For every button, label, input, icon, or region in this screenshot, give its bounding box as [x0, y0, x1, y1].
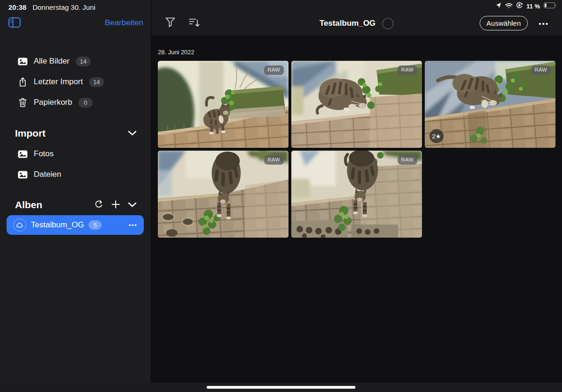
- album-count-badge: 5: [89, 220, 102, 230]
- sidebar-item-label: Dateien: [34, 170, 61, 179]
- filter-funnel-icon: [165, 17, 175, 29]
- chevron-down-icon: [128, 130, 137, 137]
- photo-thumbnail-4[interactable]: RAW: [158, 151, 288, 238]
- trash-icon: [17, 98, 28, 107]
- albums-section-header: Alben: [0, 198, 151, 212]
- date-header: 28. Juni 2022: [158, 49, 194, 56]
- battery-icon: [544, 2, 556, 10]
- photo-thumbnail-3[interactable]: RAW 2★: [425, 61, 555, 148]
- sidebar-item-alle-bilder[interactable]: Alle Bilder 14: [0, 51, 151, 72]
- sidebar-item-label: Fotos: [34, 149, 54, 159]
- sidebar-icon: [8, 22, 21, 29]
- sidebar-item-testalbum-og[interactable]: Testalbum_OG 5 •••: [7, 215, 144, 235]
- section-title: Import: [15, 128, 45, 139]
- albums-collapse-button[interactable]: [128, 202, 137, 209]
- status-bar-left: 20:38 Donnerstag 30. Juni: [8, 3, 96, 11]
- import-items: Fotos Dateien: [0, 144, 151, 185]
- import-section-header: Import: [0, 126, 151, 140]
- plus-icon: [111, 200, 120, 210]
- navigation-bar: 11 %: [151, 0, 562, 36]
- title-group: Testalbum_OG: [319, 11, 394, 36]
- location-arrow-icon: [495, 2, 502, 10]
- photo-grid: RAW: [158, 61, 555, 238]
- sync-progress-ring: [382, 18, 394, 29]
- status-time: 20:38: [8, 3, 26, 11]
- sidebar-item-letzter-import[interactable]: Letzter Import 14: [0, 72, 151, 92]
- main-area: 11 %: [151, 0, 562, 392]
- wifi-icon: [505, 2, 513, 10]
- app-window: 20:38 Donnerstag 30. Juni Bearbeiten All…: [0, 0, 562, 392]
- photo-thumbnail-2[interactable]: RAW: [291, 61, 422, 148]
- raw-badge: RAW: [398, 155, 417, 165]
- filter-button[interactable]: [165, 17, 175, 29]
- sidebar-item-dateien[interactable]: Dateien: [0, 164, 151, 185]
- sidebar-item-label: Letzter Import: [34, 77, 83, 87]
- sort-descending-icon: [189, 18, 200, 29]
- photo-thumbnail-1[interactable]: RAW: [158, 61, 288, 148]
- album-label: Testalbum_OG: [31, 220, 84, 230]
- count-badge: 0: [78, 98, 93, 108]
- photo-grid-area: 28. Juni 2022: [151, 36, 562, 383]
- album-more-button[interactable]: •••: [129, 222, 137, 229]
- status-date: Donnerstag 30. Juni: [32, 3, 95, 11]
- more-options-button[interactable]: •••: [539, 18, 549, 29]
- edit-button[interactable]: Bearbeiten: [105, 18, 143, 28]
- select-button[interactable]: Auswählen: [480, 16, 528, 30]
- rotation-lock-icon: [516, 2, 523, 10]
- home-indicator[interactable]: [207, 386, 355, 389]
- page-title: Testalbum_OG: [319, 19, 376, 28]
- sort-button[interactable]: [189, 18, 200, 29]
- sidebar-item-label: Papierkorb: [34, 98, 72, 107]
- photo-icon: [17, 171, 28, 179]
- raw-badge: RAW: [531, 65, 551, 75]
- sidebar-item-papierkorb[interactable]: Papierkorb 0: [0, 92, 151, 113]
- sidebar-item-label: Alle Bilder: [34, 57, 70, 66]
- photo-thumbnail-5[interactable]: RAW: [291, 151, 422, 238]
- refresh-albums-button[interactable]: [94, 200, 104, 211]
- count-badge: 14: [89, 77, 104, 87]
- sidebar-item-fotos[interactable]: Fotos: [0, 144, 151, 164]
- section-title: Alben: [15, 199, 42, 211]
- raw-badge: RAW: [398, 65, 417, 75]
- toolbar: Testalbum_OG Auswählen •••: [151, 11, 562, 36]
- rating-badge: 2★: [429, 129, 444, 143]
- photo-icon: [17, 58, 28, 65]
- raw-badge: RAW: [264, 155, 284, 165]
- cloud-sync-icon: [13, 218, 26, 232]
- add-album-button[interactable]: [111, 200, 120, 210]
- status-bar-right: 11 %: [495, 2, 556, 10]
- battery-percent: 11 %: [526, 3, 540, 10]
- count-badge: 14: [76, 57, 91, 66]
- sidebar: 20:38 Donnerstag 30. Juni Bearbeiten All…: [0, 0, 151, 392]
- sidebar-toggle-button[interactable]: [7, 17, 22, 29]
- library-list: Alle Bilder 14 Letzter Import 14: [0, 51, 151, 113]
- import-collapse-button[interactable]: [128, 130, 137, 137]
- refresh-icon: [94, 200, 104, 211]
- photo-icon: [17, 150, 28, 158]
- raw-badge: RAW: [264, 65, 284, 75]
- chevron-down-icon: [128, 202, 137, 209]
- share-icon: [17, 77, 28, 87]
